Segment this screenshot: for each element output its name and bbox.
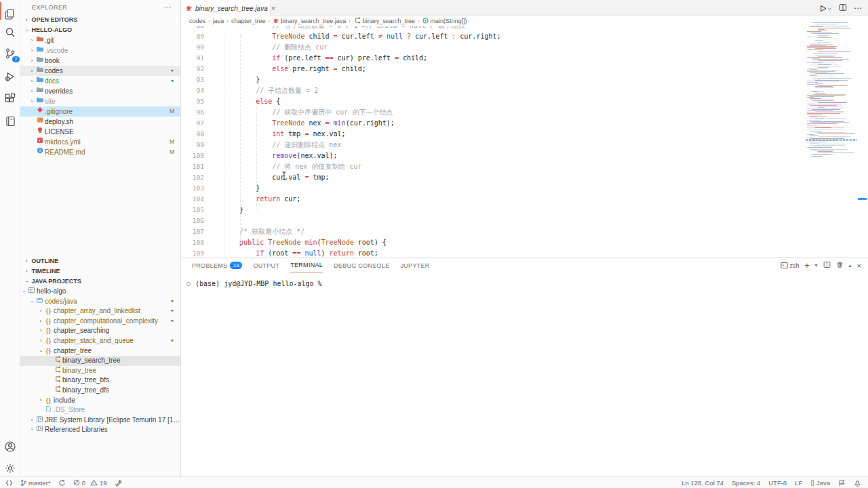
rocket-launch-icon[interactable]	[115, 479, 122, 487]
code-line-108[interactable]: 108public TreeNode min(TreeNode root) {	[181, 237, 807, 248]
tree-item-mkdocs.yml[interactable]: mkdocs.ymlM	[20, 137, 180, 147]
settings-gear-icon[interactable]	[3, 462, 17, 475]
terminal-prompt[interactable]: (base) jyd@JYD-MBP hello-algo %	[195, 280, 322, 287]
code-line-98[interactable]: 98int tmp = nex.val;	[181, 129, 807, 140]
notebook-icon[interactable]	[3, 115, 17, 128]
breadcrumb-item[interactable]: chapter_tree	[231, 18, 266, 24]
breadcrumb-item[interactable]: codes	[189, 18, 205, 24]
breadcrumb-item[interactable]: main(String[])	[422, 18, 467, 25]
tree-item-.git[interactable]: ›.git	[20, 35, 180, 45]
tab-close-icon[interactable]: ×	[271, 4, 275, 12]
code-line-105[interactable]: 105}	[181, 205, 807, 216]
tree-item-chapter_tree[interactable]: ›{ }chapter_tree	[20, 346, 180, 357]
tree-item-.gitignore[interactable]: .gitignoreM	[20, 106, 180, 117]
tree-item-jresystemlibraryeclipsetemurin1717....[interactable]: ›JRE System Library [Eclipse Temurin 17 …	[20, 415, 180, 426]
encoding-setting[interactable]: UTF-8	[768, 479, 787, 487]
panel-tab-jupyter[interactable]: JUPYTER	[401, 258, 430, 272]
tree-item-chapter_stack_and_queue[interactable]: ›{ }chapter_stack_and_queue●	[20, 336, 180, 346]
feedback-icon[interactable]	[838, 479, 846, 487]
tree-item-referencedlibraries[interactable]: ›Referenced Libraries	[20, 425, 180, 435]
code-line-102[interactable]: 102cur.val = tmp;	[181, 172, 807, 183]
tree-item-binary_tree_dfs[interactable]: binary_tree_dfs	[20, 386, 180, 396]
tree-item-site[interactable]: ›site	[20, 96, 180, 106]
tree-item-include[interactable]: ›{ }include	[20, 396, 180, 406]
split-terminal-icon[interactable]	[823, 261, 831, 270]
search-icon[interactable]	[3, 26, 17, 39]
tree-item-binary_tree[interactable]: binary_tree	[20, 366, 180, 376]
tree-item-.vscode[interactable]: ›.vscode	[20, 45, 180, 56]
code-line-92[interactable]: 92else pre.right = child;	[181, 64, 807, 75]
tree-item-book[interactable]: ›book	[20, 56, 180, 66]
code-line-99[interactable]: 99// 递归删除结点 nex	[181, 140, 807, 150]
breadcrumb-item[interactable]: binary_search_tree	[353, 17, 415, 25]
panel-tab-output[interactable]: OUTPUT	[253, 258, 279, 272]
panel-tab-terminal[interactable]: TERMINAL	[290, 258, 323, 272]
code-line-94[interactable]: 94// 子结点数量 = 2	[181, 85, 807, 96]
new-terminal-icon[interactable]: +	[805, 261, 810, 270]
eol-setting[interactable]: LF	[795, 479, 802, 487]
code-line-95[interactable]: 95else {	[181, 96, 807, 107]
section-open-editors[interactable]: › OPEN EDITORS	[20, 15, 180, 25]
breadcrumb-item[interactable]: binary_search_tree.java	[273, 18, 346, 25]
code-line-96[interactable]: 96// 获取中序遍历中 cur 的下一个结点	[181, 107, 807, 118]
breadcrumb-item[interactable]: java	[213, 18, 224, 24]
tree-item-overrides[interactable]: ›overrides	[20, 86, 180, 96]
code-line-91[interactable]: 91if (pre.left == cur) pre.left = child;	[181, 53, 807, 64]
tree-item-license[interactable]: LICENSE	[20, 127, 180, 137]
panel-tab-problems[interactable]: PROBLEMS19	[192, 258, 242, 272]
problems-status[interactable]: 0 19	[73, 479, 107, 487]
tree-item-hello-algo[interactable]: ›hello-algo	[20, 287, 180, 297]
code-line-90[interactable]: 90// 删除结点 cur	[181, 42, 807, 53]
tree-item-chapter_searching[interactable]: ›{ }chapter_searching	[20, 326, 180, 336]
notifications-bell-icon[interactable]	[854, 479, 861, 487]
code-line-100[interactable]: 100remove(nex.val);	[181, 150, 807, 161]
tree-item-chapter_computational_complexity[interactable]: ›{ }chapter_computational_complexity●	[20, 317, 180, 327]
tree-item-.ds_store[interactable]: .DS_Store	[20, 405, 180, 415]
kill-terminal-icon[interactable]	[836, 261, 844, 270]
tree-item-binary_search_tree[interactable]: binary_search_tree	[20, 356, 180, 366]
tree-item-deploy.sh[interactable]: deploy.sh	[20, 117, 180, 127]
minimap[interactable]	[807, 22, 856, 165]
code-line-103[interactable]: 103}	[181, 183, 807, 194]
remote-indicator-icon[interactable]	[5, 479, 13, 487]
tree-item-readme.md[interactable]: README.mdM	[20, 147, 180, 157]
section-root-folder[interactable]: › HELLO-ALGO	[20, 25, 180, 35]
code-line-101[interactable]: 101// 将 nex 的值复制给 cur	[181, 161, 807, 172]
close-panel-icon[interactable]: ×	[857, 262, 861, 270]
git-branch-status[interactable]: master*	[20, 479, 51, 487]
explorer-icon[interactable]	[3, 7, 17, 21]
run-debug-icon[interactable]	[3, 70, 17, 83]
account-icon[interactable]	[3, 440, 17, 453]
terminal-dropdown-icon[interactable]: ▾	[815, 262, 818, 268]
run-button[interactable]	[818, 4, 832, 13]
indentation-setting[interactable]: Spaces: 4	[732, 479, 760, 487]
section-java-projects[interactable]: › JAVA PROJECTS	[20, 277, 180, 287]
split-editor-icon[interactable]	[839, 2, 847, 14]
code-line-109[interactable]: 109if (root == null) return root;	[181, 248, 807, 258]
terminal-shell-picker[interactable]: zsh	[781, 262, 800, 269]
language-mode[interactable]: {} Java	[810, 479, 830, 487]
code-line-88[interactable]: 88// 当子结点数量 = 0 / 1 时, child = null / 该子…	[181, 26, 807, 31]
maximize-panel-icon[interactable]: ▴	[849, 262, 852, 268]
code-line-106[interactable]: 106	[181, 216, 807, 226]
code-line-93[interactable]: 93}	[181, 75, 807, 85]
code-line-104[interactable]: 104return cur;	[181, 194, 807, 205]
tree-item-docs[interactable]: ›docs●	[20, 76, 180, 86]
tab-binary-search-tree[interactable]: binary_search_tree.java ×	[181, 0, 271, 16]
code-line-89[interactable]: 89TreeNode child = cur.left ≠ null ? cur…	[181, 31, 807, 42]
sidebar-more-actions[interactable]: ⋯	[164, 3, 172, 12]
section-timeline[interactable]: › TIMELINE	[20, 266, 180, 277]
code-viewport[interactable]: 88// 当子结点数量 = 0 / 1 时, child = null / 该子…	[181, 26, 807, 258]
panel-tab-debug-console[interactable]: DEBUG CONSOLE	[334, 258, 389, 272]
extensions-icon[interactable]	[3, 92, 17, 106]
code-line-107[interactable]: 107/* 获取最小结点 */	[181, 226, 807, 237]
more-actions-icon[interactable]: ⋯	[854, 3, 863, 13]
cursor-position[interactable]: Ln 128, Col 74	[682, 479, 724, 487]
tree-item-codesjava[interactable]: ›codes/java●	[20, 297, 180, 307]
source-control-icon[interactable]: 7	[3, 47, 17, 60]
tree-item-codes[interactable]: ›codes●	[20, 66, 180, 76]
section-outline[interactable]: › OUTLINE	[20, 256, 180, 266]
code-line-97[interactable]: 97TreeNode nex = min(cur.right);	[181, 118, 807, 129]
tree-item-binary_tree_bfs[interactable]: binary_tree_bfs	[20, 375, 180, 386]
tree-item-chapter_array_and_linkedlist[interactable]: ›{ }chapter_array_and_linkedlist●	[20, 306, 180, 317]
